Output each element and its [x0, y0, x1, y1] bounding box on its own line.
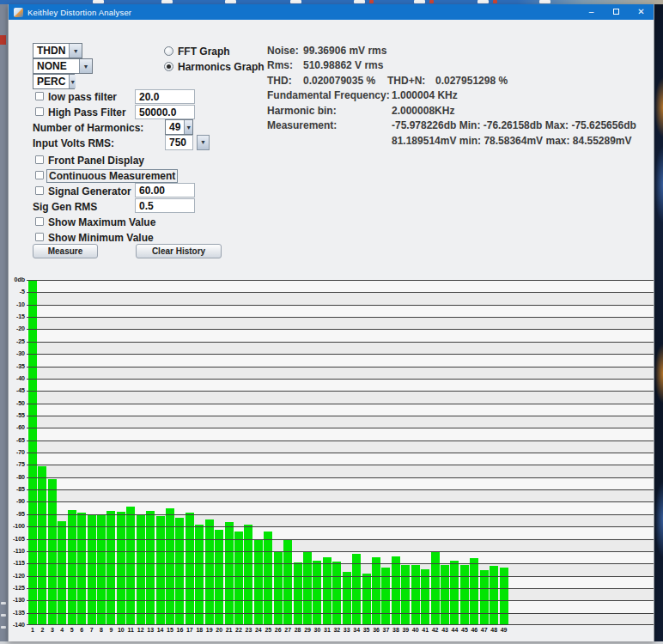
plot-band — [27, 428, 654, 440]
y-tick-label: -80 — [9, 474, 25, 480]
siggen-rms-input[interactable]: 0.5 — [135, 198, 195, 213]
wallpaper-glow — [654, 77, 663, 137]
measurement-label: Measurement: — [267, 119, 337, 131]
bar — [450, 561, 459, 625]
bar — [480, 570, 489, 625]
grid-line — [27, 489, 654, 490]
x-tick-label: 48 — [489, 627, 499, 633]
harmonics-chart — [27, 280, 654, 625]
show-min-checkbox[interactable] — [35, 233, 44, 241]
plot-band — [27, 342, 654, 354]
rms-label: Rms: — [267, 59, 293, 71]
bar — [441, 565, 449, 625]
signal-generator-input[interactable]: 60.00 — [135, 183, 195, 197]
y-tick-label: -30 — [9, 350, 25, 356]
y-tick-label: -85 — [9, 486, 25, 492]
desktop-icon-fragment — [161, 0, 173, 3]
input-volts-value[interactable]: 750 — [165, 135, 193, 150]
bar — [421, 569, 429, 625]
x-tick-label: 8 — [96, 627, 106, 633]
x-tick-label: 1 — [27, 627, 38, 633]
plot-band — [27, 391, 654, 403]
y-tick-label: -25 — [9, 338, 25, 344]
x-tick-label: 34 — [351, 627, 362, 633]
grid-line — [27, 600, 654, 601]
low-pass-label[interactable]: low pass filter — [48, 91, 117, 103]
bar — [372, 557, 380, 625]
show-min-label[interactable]: Show Minimum Value — [48, 232, 154, 244]
grid-line — [27, 354, 654, 355]
fft-graph-label[interactable]: FFT Graph — [178, 46, 230, 58]
continuous-label[interactable]: Continuous Measurement — [46, 169, 178, 183]
high-pass-label[interactable]: High Pass Filter — [48, 106, 126, 118]
grid-line — [27, 317, 654, 318]
harmonic-bin-value: 2.000008KHz — [392, 105, 454, 117]
desktop-icon-fragment — [354, 0, 365, 3]
low-pass-input[interactable]: 20.0 — [135, 89, 195, 104]
y-tick-label: -95 — [9, 511, 25, 517]
harmonics-graph-radio[interactable] — [164, 62, 173, 71]
y-tick-label: -75 — [9, 461, 25, 467]
bar — [88, 515, 96, 625]
rms-value: 510.98862 V rms — [303, 59, 383, 71]
unit-select[interactable]: PERC ▼ — [33, 74, 75, 89]
x-tick-label: 47 — [479, 627, 490, 633]
y-tick-label: -40 — [9, 375, 25, 381]
plot-band — [27, 404, 654, 416]
maximize-icon — [613, 9, 619, 15]
grid-line — [27, 465, 654, 465]
x-tick-label: 45 — [459, 627, 470, 633]
bar — [362, 574, 371, 625]
minimize-button[interactable]: – — [579, 4, 604, 20]
show-max-checkbox[interactable] — [35, 217, 44, 226]
x-tick-label: 43 — [440, 627, 450, 633]
low-pass-checkbox[interactable] — [35, 92, 44, 100]
chevron-down-icon: ▼ — [69, 75, 76, 88]
continuous-checkbox[interactable] — [35, 171, 44, 179]
plot-band — [27, 465, 654, 477]
desktop-icon-fragment — [493, 0, 497, 3]
fundamental-label: Fundamental Frequency: — [267, 89, 390, 101]
signal-generator-checkbox[interactable] — [35, 186, 44, 195]
grid-line — [27, 428, 654, 428]
wallpaper-glow — [654, 146, 663, 223]
filter-select[interactable]: NONE ▼ — [33, 58, 93, 74]
bar — [225, 522, 234, 625]
bar — [411, 565, 420, 625]
mode-select[interactable]: THDN ▼ — [33, 43, 82, 58]
bar — [264, 532, 272, 625]
show-max-label[interactable]: Show Maximum Value — [48, 216, 155, 228]
bar — [343, 572, 351, 625]
y-tick-label: -55 — [9, 412, 25, 418]
harmonics-graph-label[interactable]: Harmonics Graph — [178, 61, 265, 73]
bar — [215, 530, 223, 625]
thdn-label: THD+N: — [387, 75, 425, 87]
wallpaper-glow — [654, 481, 663, 558]
x-tick-label: 15 — [165, 627, 175, 633]
bar — [294, 562, 302, 625]
x-tick-label: 14 — [155, 627, 166, 633]
desktop-icon-fragment — [539, 0, 550, 3]
high-pass-checkbox[interactable] — [35, 107, 44, 116]
x-tick-label: 18 — [194, 627, 204, 633]
input-volts-dropdown-button[interactable]: ▼ — [197, 135, 210, 150]
num-harmonics-select[interactable]: 49 ▼ — [165, 119, 193, 135]
grid-line — [27, 329, 654, 330]
signal-generator-label[interactable]: Signal Generator — [48, 185, 131, 197]
clear-history-button[interactable]: Clear History — [136, 244, 222, 258]
plot-band — [27, 453, 654, 465]
desktop-text-fragment — [1, 614, 6, 617]
close-button[interactable]: ✕ — [629, 4, 654, 20]
y-tick-label: -35 — [9, 363, 25, 369]
measure-button[interactable]: Measure — [33, 244, 98, 258]
front-panel-checkbox[interactable] — [35, 155, 44, 164]
noise-value: 99.36906 mV rms — [303, 45, 386, 57]
bar — [106, 511, 115, 625]
fft-graph-radio[interactable] — [164, 46, 173, 56]
grid-line — [27, 563, 654, 564]
title-bar[interactable]: Keithley Distortion Analyser – ✕ — [9, 4, 654, 20]
high-pass-input[interactable]: 50000.0 — [135, 105, 195, 119]
front-panel-label[interactable]: Front Panel Display — [48, 155, 144, 167]
plot-band — [27, 379, 654, 391]
maximize-button[interactable] — [604, 4, 629, 20]
